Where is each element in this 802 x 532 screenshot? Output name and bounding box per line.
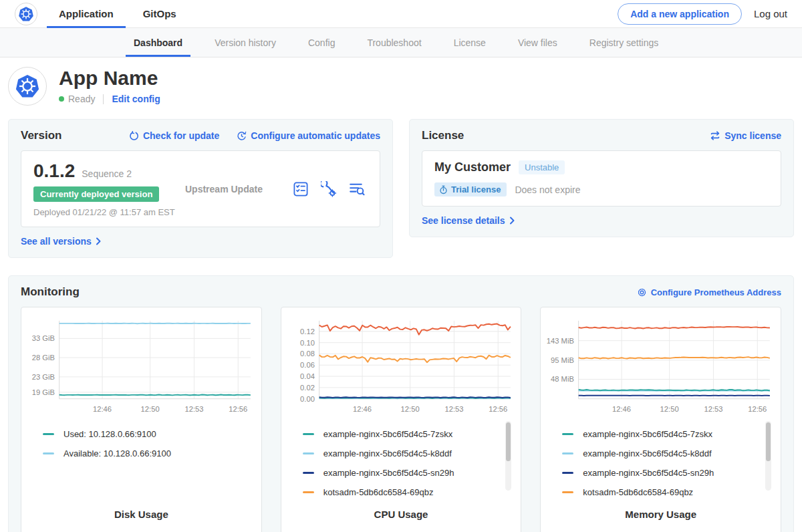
memory-usage-chart: 143 MiB95 MiB48 MiB12:4612:5012:5312:56 (546, 314, 775, 420)
legend-color-dash (43, 433, 54, 435)
legend-label: kotsadm-5db6dc6584-69qbz (583, 487, 693, 497)
add-new-application-button[interactable]: Add a new application (618, 3, 742, 25)
legend-item: example-nginx-5bc6f5d4c5-7zskx (303, 429, 507, 439)
legend-color-dash (43, 452, 54, 454)
status-text: Ready (68, 94, 95, 104)
legend-item: example-nginx-5bc6f5d4c5-7zskx (562, 429, 766, 439)
tab-gitops[interactable]: GitOps (140, 0, 179, 27)
monitoring-card: Monitoring Configure Prometheus Address … (8, 275, 794, 532)
sequence-label: Sequence 2 (82, 168, 132, 179)
legend-color-dash (562, 452, 573, 454)
preflight-checks-icon[interactable] (293, 181, 309, 197)
tab-dashboard[interactable]: Dashboard (118, 28, 198, 57)
kubernetes-logo-icon (18, 6, 34, 22)
app-header: App Name Ready Edit config (0, 57, 802, 112)
check-for-update-link[interactable]: Check for update (129, 130, 219, 141)
config-wrench-icon[interactable] (321, 181, 337, 197)
license-type-badge: Trial license (434, 182, 507, 196)
legend-color-dash (303, 472, 314, 474)
app-sub-nav: Dashboard Version history Config Trouble… (0, 28, 802, 57)
version-source-label: Upstream Update (177, 184, 293, 194)
cpu-usage-chart-card: 0.120.100.080.060.040.020.0012:4612:5012… (281, 307, 522, 532)
tab-license[interactable]: License (438, 28, 502, 57)
edit-config-link[interactable]: Edit config (112, 94, 160, 104)
legend-color-dash (562, 472, 573, 474)
svg-text:12:50: 12:50 (660, 405, 679, 413)
svg-text:0.00: 0.00 (300, 395, 315, 403)
refresh-icon (129, 131, 139, 141)
svg-text:12:46: 12:46 (353, 405, 372, 413)
tab-registry-settings[interactable]: Registry settings (573, 28, 674, 57)
legend-scrollbar[interactable] (505, 421, 511, 491)
legend-color-dash (303, 433, 314, 435)
svg-text:0.12: 0.12 (300, 327, 315, 336)
deploy-logs-icon[interactable] (349, 181, 365, 197)
legend-scrollbar[interactable] (765, 421, 771, 491)
legend-label: Available: 10.128.0.66:9100 (63, 448, 171, 458)
disk-usage-chart: 33 GiB28 GiB23 GiB19 GiB12:4612:5012:531… (27, 314, 256, 420)
disk-usage-chart-card: 33 GiB28 GiB23 GiB19 GiB12:4612:5012:531… (21, 307, 262, 532)
chevron-right-icon (96, 237, 102, 245)
kubernetes-app-icon (15, 74, 40, 99)
version-card: Version Check for update Configure autom… (8, 119, 393, 258)
see-all-versions-link[interactable]: See all versions (21, 236, 102, 247)
disk-usage-title: Disk Usage (27, 509, 256, 528)
sync-icon (710, 131, 720, 140)
svg-text:28 GiB: 28 GiB (32, 354, 55, 362)
tab-troubleshoot[interactable]: Troubleshoot (351, 28, 437, 57)
license-summary: My Customer Unstable Trial license Does … (422, 150, 781, 207)
svg-text:12:56: 12:56 (489, 405, 507, 413)
tab-application[interactable]: Application (56, 0, 116, 27)
divider (103, 94, 104, 104)
configure-prometheus-link[interactable]: Configure Prometheus Address (637, 287, 781, 297)
stopwatch-icon (439, 185, 448, 194)
currently-deployed-badge: Currently deployed version (33, 186, 159, 202)
license-card-title: License (422, 129, 464, 142)
tab-view-files[interactable]: View files (502, 28, 573, 57)
svg-text:12:46: 12:46 (93, 405, 112, 413)
legend-color-dash (303, 452, 314, 454)
legend-color-dash (562, 491, 573, 493)
svg-text:33 GiB: 33 GiB (32, 334, 55, 342)
disk-usage-legend: Used: 10.128.0.66:9100Available: 10.128.… (27, 420, 256, 509)
legend-item: example-nginx-5bc6f5d4c5-sn29h (562, 468, 766, 478)
configure-automatic-updates-link[interactable]: Configure automatic updates (237, 130, 380, 141)
svg-text:19 GiB: 19 GiB (32, 388, 55, 396)
svg-text:95 MiB: 95 MiB (551, 356, 574, 364)
legend-label: example-nginx-5bc6f5d4c5-7zskx (323, 429, 453, 439)
svg-text:12:50: 12:50 (400, 405, 419, 413)
log-out-button[interactable]: Log out (754, 8, 787, 19)
version-number: 0.1.2 (33, 160, 75, 182)
legend-item: Available: 10.128.0.66:9100 (43, 448, 247, 458)
svg-text:0.06: 0.06 (300, 361, 315, 369)
page-title: App Name (59, 67, 160, 89)
svg-text:0.08: 0.08 (300, 350, 315, 358)
memory-usage-legend: example-nginx-5bc6f5d4c5-7zskxexample-ng… (546, 420, 775, 509)
legend-label: example-nginx-5bc6f5d4c5-sn29h (323, 468, 454, 478)
svg-text:12:53: 12:53 (444, 405, 463, 413)
scrollbar-thumb[interactable] (766, 422, 771, 461)
chevron-right-icon (509, 217, 515, 225)
app-avatar (8, 67, 47, 106)
svg-text:143 MiB: 143 MiB (547, 337, 574, 345)
svg-text:23 GiB: 23 GiB (32, 373, 55, 381)
license-card: License Sync license My Customer Unstabl… (409, 119, 794, 237)
monitoring-title: Monitoring (21, 285, 80, 299)
scrollbar-thumb[interactable] (506, 422, 511, 461)
legend-item: example-nginx-5bc6f5d4c5-sn29h (303, 468, 507, 478)
svg-text:12:46: 12:46 (612, 405, 631, 413)
tab-config[interactable]: Config (292, 28, 351, 57)
svg-text:12:53: 12:53 (704, 405, 723, 413)
legend-color-dash (303, 491, 314, 493)
legend-item: Used: 10.128.0.66:9100 (43, 429, 247, 439)
see-license-details-link[interactable]: See license details (422, 215, 515, 226)
legend-item: kotsadm-5db6dc6584-69qbz (562, 487, 766, 497)
legend-label: example-nginx-5bc6f5d4c5-7zskx (583, 429, 712, 439)
legend-label: Used: 10.128.0.66:9100 (63, 429, 156, 439)
sync-license-link[interactable]: Sync license (710, 130, 781, 141)
svg-text:12:50: 12:50 (141, 405, 160, 413)
clock-refresh-icon (237, 131, 247, 141)
tab-version-history[interactable]: Version history (198, 28, 292, 57)
legend-item: example-nginx-5bc6f5d4c5-k8ddf (303, 448, 507, 458)
svg-text:48 MiB: 48 MiB (551, 375, 574, 383)
